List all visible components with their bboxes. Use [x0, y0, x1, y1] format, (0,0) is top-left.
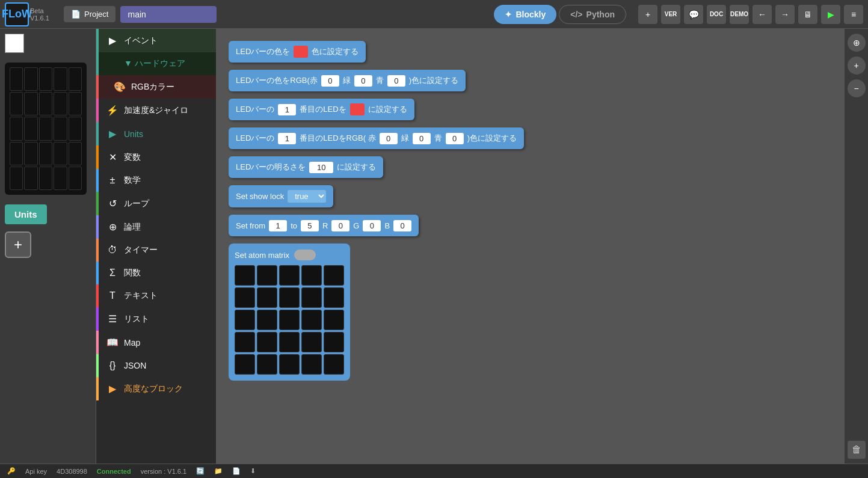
led-srgb-r-input[interactable]	[380, 133, 398, 144]
matrix-cell-1-2[interactable]	[279, 287, 300, 308]
led-srgb-index-input[interactable]	[278, 133, 296, 144]
matrix-cell-3-4[interactable]	[324, 332, 344, 352]
matrix-cell-0-2[interactable]	[279, 265, 300, 286]
from-to-r-input[interactable]	[331, 220, 349, 231]
matrix-cell-0-3[interactable]	[301, 265, 322, 286]
matrix-toggle[interactable]	[294, 250, 316, 260]
category-advanced[interactable]: ▶ 高度なブロック	[96, 377, 216, 400]
category-event[interactable]: ▶ イベント	[96, 29, 216, 52]
matrix-cell-1-0[interactable]	[235, 287, 255, 308]
led-srgb-b-input[interactable]	[446, 133, 464, 144]
category-rgb[interactable]: 🎨 RGBカラー	[96, 75, 216, 99]
trash-button[interactable]: 🗑	[848, 441, 866, 459]
zoom-target-button[interactable]: ⊕	[848, 34, 866, 52]
from-to-from-input[interactable]	[269, 220, 287, 231]
block-atom-matrix[interactable]: Set atom matrix	[229, 244, 350, 381]
block-led-single-row: LEDバーの 番目のLEDを に設定する	[229, 99, 832, 120]
category-map[interactable]: 📖 Map	[96, 331, 216, 354]
led-single-index-input[interactable]	[278, 104, 296, 115]
color-swatch-red[interactable]	[294, 46, 308, 58]
screen-button[interactable]: 🖥	[798, 5, 817, 24]
matrix-cell-0-4[interactable]	[324, 265, 344, 286]
show-lock-dropdown[interactable]: true false	[288, 190, 326, 203]
matrix-cell-3-1[interactable]	[257, 332, 277, 352]
add-unit-button[interactable]: +	[5, 231, 31, 258]
category-accel[interactable]: ⚡ 加速度&ジャイロ	[96, 99, 216, 122]
units-button[interactable]: Units	[5, 204, 47, 224]
block-led-single[interactable]: LEDバーの 番目のLEDを に設定する	[229, 99, 414, 120]
menu-button[interactable]: ≡	[844, 5, 863, 24]
python-tab[interactable]: </> Python	[559, 5, 626, 24]
zoom-out-button[interactable]: −	[848, 79, 866, 97]
matrix-cell-2-4[interactable]	[324, 310, 344, 330]
led-srgb-text2: 番目のLEDをRGB( 赤	[300, 133, 375, 144]
matrix-cell-4-3[interactable]	[301, 354, 322, 375]
block-show-lock[interactable]: Set show lock true false	[229, 185, 333, 207]
list-icon: ☰	[106, 313, 119, 325]
block-canvas[interactable]: LEDバーの色を 色に設定する LEDバーの色をRGB(赤 緑 青 )色に設定す…	[217, 29, 844, 464]
led-rgb-text2: 緑	[343, 75, 351, 86]
from-to-text4: G	[353, 221, 359, 230]
matrix-cell-1-4[interactable]	[324, 287, 344, 308]
block-set-from-to[interactable]: Set from to R G B	[229, 215, 419, 236]
matrix-cell-4-0[interactable]	[235, 354, 255, 375]
category-loop[interactable]: ↺ ループ	[96, 192, 216, 215]
matrix-cell-3-2[interactable]	[279, 332, 300, 352]
matrix-cell-0-1[interactable]	[257, 265, 277, 286]
matrix-cell-4-1[interactable]	[257, 354, 277, 375]
led-srgb-g-input[interactable]	[413, 133, 431, 144]
led-rgb-g-input[interactable]	[354, 75, 372, 87]
category-units[interactable]: ▶ Units	[96, 122, 216, 146]
from-to-g-input[interactable]	[363, 220, 381, 231]
category-json[interactable]: {} JSON	[96, 354, 216, 377]
category-list[interactable]: ☰ リスト	[96, 307, 216, 331]
color-swatch[interactable]	[5, 34, 24, 53]
refresh-icon[interactable]: 🔄	[196, 467, 205, 475]
matrix-cell-4-2[interactable]	[279, 354, 300, 375]
category-logic[interactable]: ⊕ 論理	[96, 215, 216, 239]
category-text[interactable]: T テキスト	[96, 284, 216, 307]
demo-button[interactable]: DEMO	[730, 5, 749, 24]
project-button[interactable]: 📄 Project	[64, 6, 115, 22]
tab-name-input[interactable]	[120, 6, 217, 23]
file-icon[interactable]: 📄	[232, 467, 241, 475]
matrix-cell-1-1[interactable]	[257, 287, 277, 308]
led-rgb-b-input[interactable]	[387, 75, 405, 87]
category-hardware[interactable]: ▼ ハードウェア	[96, 52, 216, 75]
category-func[interactable]: Σ 関数	[96, 262, 216, 284]
chat-button[interactable]: 💬	[684, 5, 703, 24]
matrix-cell-2-0[interactable]	[235, 310, 255, 330]
block-led-rgb[interactable]: LEDバーの色をRGB(赤 緑 青 )色に設定する	[229, 70, 466, 91]
category-timer[interactable]: ⏱ タイマー	[96, 239, 216, 262]
led-single-color-swatch[interactable]	[350, 103, 365, 115]
zoom-in-button[interactable]: +	[848, 57, 866, 75]
matrix-cell-2-3[interactable]	[301, 310, 322, 330]
category-vars[interactable]: ✕ 変数	[96, 146, 216, 169]
blockly-tab[interactable]: ✦ Blockly	[494, 5, 556, 24]
block-led-brightness[interactable]: LEDバーの明るさを に設定する	[229, 156, 383, 178]
doc-button[interactable]: DOC	[707, 5, 726, 24]
matrix-cell-4-4[interactable]	[324, 354, 344, 375]
matrix-cell-2-1[interactable]	[257, 310, 277, 330]
from-to-to-input[interactable]	[301, 220, 319, 231]
matrix-cell-3-3[interactable]	[301, 332, 322, 352]
new-file-button[interactable]: +	[638, 5, 657, 24]
run-button[interactable]: ▶	[821, 5, 840, 24]
matrix-cell-3-0[interactable]	[235, 332, 255, 352]
category-math[interactable]: ± 数学	[96, 169, 216, 192]
redo-button[interactable]: →	[775, 5, 795, 24]
undo-button[interactable]: ←	[753, 5, 772, 24]
matrix-cell-0-0[interactable]	[235, 265, 255, 286]
block-led-single-rgb[interactable]: LEDバーの 番目のLEDをRGB( 赤 緑 青 )色に設定する	[229, 127, 524, 149]
ver-button[interactable]: VER	[661, 5, 680, 24]
led-rgb-r-input[interactable]	[321, 75, 339, 87]
led-brightness-text2: に設定する	[337, 162, 376, 173]
block-led-color[interactable]: LEDバーの色を 色に設定する	[229, 41, 366, 63]
block-atom-matrix-row: Set atom matrix	[229, 244, 832, 381]
from-to-b-input[interactable]	[393, 220, 411, 231]
led-brightness-value-input[interactable]	[309, 162, 333, 173]
folder-icon[interactable]: 📁	[214, 467, 223, 475]
matrix-cell-2-2[interactable]	[279, 310, 300, 330]
download-icon[interactable]: ⬇	[250, 467, 256, 475]
matrix-cell-1-3[interactable]	[301, 287, 322, 308]
